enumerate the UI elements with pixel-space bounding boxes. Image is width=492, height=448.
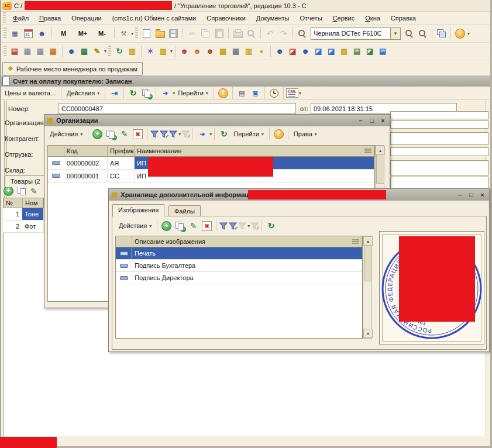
- edit-row-icon[interactable]: [30, 187, 37, 196]
- user-session-icon[interactable]: [36, 27, 48, 40]
- storage-actions-button[interactable]: Действия▾: [116, 221, 154, 230]
- menu-references[interactable]: Справочники: [201, 13, 251, 23]
- receipt-printer-icon[interactable]: [35, 46, 46, 57]
- post-document-icon[interactable]: [111, 89, 118, 98]
- toolbar-grip[interactable]: [135, 27, 138, 39]
- maximize-button[interactable]: [467, 191, 476, 199]
- menu-help[interactable]: Справка: [386, 13, 421, 23]
- invoice-go-button[interactable]: Перейти▾: [175, 88, 211, 98]
- menu-operations[interactable]: Операции: [66, 13, 106, 23]
- number-input[interactable]: СС000000487: [59, 103, 296, 114]
- cash-expense-icon[interactable]: [243, 46, 254, 57]
- service-settings-icon[interactable]: [118, 27, 130, 40]
- close-button[interactable]: [478, 191, 487, 199]
- payment-writeoff-icon[interactable]: [325, 46, 337, 57]
- copy-item-icon[interactable]: +: [106, 130, 115, 139]
- copy-item-icon[interactable]: +: [176, 222, 184, 230]
- quick-search-value[interactable]: Чернила DCTec F610C: [311, 30, 390, 37]
- scroll-up-icon[interactable]: ▲: [363, 236, 373, 246]
- retail-sale-icon[interactable]: [287, 46, 298, 57]
- find-prev-icon[interactable]: [419, 30, 426, 37]
- menu-edit[interactable]: Правка: [34, 13, 66, 23]
- shipping-input[interactable]: [390, 160, 488, 175]
- tab-images[interactable]: Изображения: [112, 204, 164, 216]
- add-row-icon[interactable]: [4, 186, 13, 196]
- maximize-button[interactable]: [367, 117, 376, 125]
- find-next-icon[interactable]: [405, 30, 413, 37]
- assistant-wizard-icon[interactable]: [144, 46, 156, 57]
- filter-history-icon[interactable]: [238, 222, 246, 230]
- windows-list-icon[interactable]: [437, 29, 446, 37]
- cml-exchange-icon[interactable]: CML: [286, 88, 298, 98]
- col-code[interactable]: Код: [64, 146, 108, 156]
- chevron-down-icon[interactable]: ▾: [247, 223, 250, 229]
- counterparties-icon[interactable]: [66, 46, 77, 57]
- toolbar-grip[interactable]: [108, 46, 111, 57]
- cash-balance-icon[interactable]: [256, 46, 267, 57]
- combo-dropdown-icon[interactable]: ▼: [390, 28, 400, 39]
- calendar-icon[interactable]: [24, 29, 33, 38]
- prices-currency-button[interactable]: Цены и валюта...: [2, 88, 59, 98]
- table-row[interactable]: 2 Фот: [3, 220, 44, 233]
- buyer-invoice-icon[interactable]: [300, 46, 311, 57]
- delete-icon[interactable]: [133, 129, 143, 139]
- document-search-icon[interactable]: [351, 46, 363, 57]
- add-icon[interactable]: [92, 129, 102, 139]
- back-icon[interactable]: [264, 27, 276, 40]
- doc-journal-icon[interactable]: [377, 46, 388, 57]
- toolbar-grip[interactable]: [4, 27, 6, 39]
- col-nomenclature[interactable]: Ном: [23, 198, 43, 208]
- minimize-button[interactable]: [356, 117, 365, 125]
- menu-site-exchange[interactable]: (cms1c.ru) Обмен с сайтами: [107, 13, 201, 23]
- incoming-goods-icon[interactable]: [204, 46, 216, 57]
- chevron-down-icon[interactable]: ▾: [131, 31, 133, 36]
- edit-icon[interactable]: [190, 221, 197, 230]
- workplace-button[interactable]: Рабочее место менеджера по продажам: [2, 62, 143, 75]
- chevron-down-icon[interactable]: ▾: [178, 132, 181, 137]
- refresh-icon[interactable]: [221, 129, 228, 139]
- vertical-scrollbar[interactable]: ▲ ▼: [363, 236, 372, 339]
- scroll-up-icon[interactable]: ▲: [376, 146, 385, 155]
- scrollbar-thumb[interactable]: [364, 245, 372, 281]
- label-printer-icon[interactable]: [47, 46, 59, 57]
- coins-stack-icon[interactable]: [217, 46, 229, 57]
- col-description[interactable]: Описание изображения: [132, 236, 362, 247]
- open-related-icon[interactable]: [199, 130, 205, 138]
- info-icon[interactable]: [455, 29, 465, 39]
- m-plus-button[interactable]: M+: [74, 27, 92, 40]
- chevron-down-icon[interactable]: ▾: [170, 49, 173, 54]
- menu-documents[interactable]: Документы: [251, 13, 295, 23]
- payment-receipt-icon[interactable]: [312, 46, 324, 57]
- chevron-down-icon[interactable]: ▾: [299, 91, 301, 96]
- open-related-icon[interactable]: [163, 89, 168, 97]
- add-icon[interactable]: [161, 221, 171, 231]
- menu-service[interactable]: Сервис: [328, 13, 360, 23]
- scroll-down-icon[interactable]: ▼: [363, 329, 373, 338]
- org-rights-button[interactable]: Права▾: [291, 129, 320, 139]
- menu-windows[interactable]: Окна: [360, 13, 386, 23]
- filter-quick-icon[interactable]: ✓: [229, 222, 237, 230]
- table-row[interactable]: Подпись Директора: [116, 272, 362, 284]
- contract-input[interactable]: [390, 147, 488, 156]
- bank-account-icon[interactable]: [230, 46, 242, 57]
- close-button[interactable]: [379, 117, 387, 125]
- scrollbar-thumb[interactable]: [376, 154, 384, 184]
- refresh-icon[interactable]: [268, 221, 275, 230]
- refresh-document-icon[interactable]: [130, 88, 137, 98]
- copy-icon[interactable]: [201, 29, 210, 38]
- edit-icon[interactable]: [121, 129, 128, 139]
- menu-file[interactable]: Файл: [8, 13, 34, 23]
- money-document-icon[interactable]: [126, 46, 138, 57]
- organization-input[interactable]: [390, 111, 488, 119]
- filter-set-icon[interactable]: [150, 130, 159, 138]
- filter-quick-icon[interactable]: ✓: [160, 130, 168, 138]
- m-minus-button[interactable]: M-: [93, 27, 111, 40]
- forward-icon[interactable]: [277, 27, 290, 40]
- settings-list-icon[interactable]: [249, 87, 262, 99]
- help-icon[interactable]: [274, 129, 284, 139]
- search-icon[interactable]: [298, 30, 306, 37]
- org-go-button[interactable]: Перейти▾: [230, 129, 267, 139]
- table-row[interactable]: Подпись Бухгалтера: [116, 260, 362, 272]
- journal-edit-icon[interactable]: [91, 46, 103, 57]
- chevron-down-icon[interactable]: ▾: [209, 132, 212, 137]
